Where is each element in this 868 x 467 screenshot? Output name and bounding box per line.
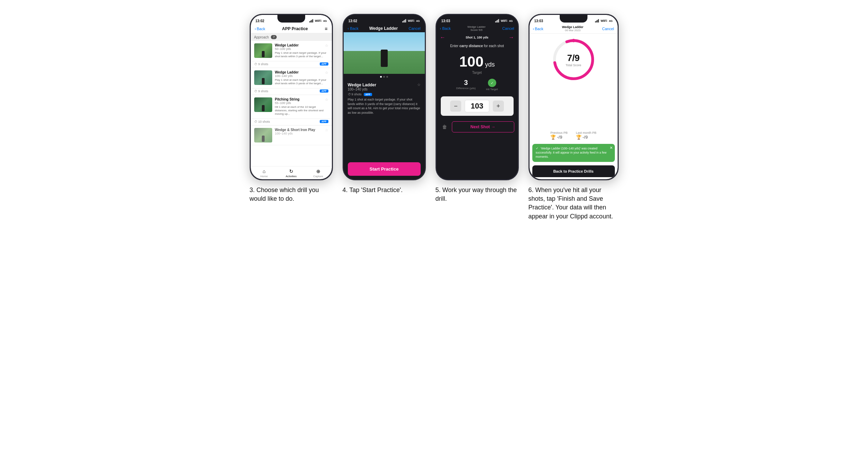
dot-1 [380, 76, 382, 78]
distance-input[interactable]: 103 [465, 100, 489, 112]
drill-range-1: 50–100 yds [275, 47, 299, 51]
detail-section: Wedge Ladder 100–140 yds ☆ ⏱ 9 shots APP… [344, 80, 425, 159]
drill-name-4: Wedge & Short Iron Play [275, 128, 316, 132]
phone-notch-2 [370, 15, 398, 23]
image-dots [344, 74, 425, 80]
start-practice-button[interactable]: Start Practice [348, 162, 421, 176]
list-item[interactable]: Pitching String 55–100 yds ☆ Hit 1 shot … [251, 95, 332, 126]
increment-button[interactable]: + [493, 101, 504, 112]
drill-thumb-2 [254, 70, 272, 85]
lastmonth-pb-value: 🏆 -/9 [576, 135, 596, 140]
clock-icon-1: ⏱ [254, 62, 257, 66]
trophy-icon-prev: 🏆 [550, 135, 556, 140]
target-value: 100 [459, 53, 483, 70]
shot-actions: 🗑 Next Shot → [437, 119, 518, 135]
target-unit: yds [485, 61, 495, 68]
list-item[interactable]: Wedge Ladder 100–140 yds ☆ Play 1 shot a… [251, 68, 332, 95]
tab-home[interactable]: ⌂ Home [251, 168, 278, 178]
lastmonth-pb: Last month PB 🏆 -/9 [576, 131, 596, 140]
time-3: 13:03 [441, 19, 450, 23]
battery-2: 4G [416, 19, 420, 23]
cancel-button-3[interactable]: Cancel [502, 26, 514, 31]
delete-button[interactable]: 🗑 [440, 122, 449, 132]
detail-name: Wedge Ladder [348, 83, 376, 87]
bookmark-icon-3[interactable]: ☆ [325, 97, 328, 102]
previous-pb: Previous PB 🏆 -/9 [550, 131, 568, 140]
chevron-left-icon-3: ‹ [440, 26, 441, 31]
menu-icon-1[interactable]: ≡ [325, 26, 327, 32]
phones-row: 13:02 WiFi 4G ‹ [250, 14, 619, 221]
difference-value: 3 [456, 79, 475, 87]
cancel-button-4[interactable]: Cancel [602, 27, 614, 31]
golfer-silhouette [381, 50, 388, 67]
back-button-3[interactable]: ‹ Back [440, 26, 451, 31]
caption-2: 4. Tap 'Start Practice'. [343, 186, 403, 194]
next-shot-nav-button[interactable]: → [509, 34, 514, 41]
battery-4: 4G [609, 19, 613, 23]
phone-screen-1: 13:02 WiFi 4G ‹ [251, 15, 332, 179]
bookmark-icon-4[interactable]: ☆ [325, 128, 328, 132]
nav-center-3: Wedge Ladder Score 5/9 [467, 25, 485, 32]
dot-2 [383, 76, 385, 78]
bookmark-icon-detail[interactable]: ☆ [417, 83, 421, 87]
tab-capture[interactable]: ⊕ Capture [305, 168, 332, 178]
prev-shot-button[interactable]: ← [440, 34, 446, 41]
back-practice-button[interactable]: Back to Practice Drills [532, 165, 615, 177]
signal-icon-2 [402, 19, 406, 23]
drill-info-4: Wedge & Short Iron Play 100–140 yds ☆ [275, 128, 328, 135]
trophy-icon-last: 🏆 [576, 135, 582, 140]
toast-close-button[interactable]: ✕ [610, 145, 613, 150]
time-1: 13:02 [256, 19, 265, 23]
metrics-row: 3 Difference (yds) ✓ Hit Target [437, 76, 518, 94]
phone-screen-4: 13:03 WiFi 4G ‹ [530, 15, 618, 179]
drill-desc-3: Hit 1 shot at each of the 10 target dist… [275, 105, 328, 116]
nav-title-2: Wedge Ladder [369, 26, 398, 31]
wifi-icon-3: WiFi [501, 19, 507, 23]
tab-capture-label: Capture [313, 175, 323, 178]
drill-thumb-1 [254, 43, 272, 58]
bookmark-icon-2[interactable]: ☆ [325, 70, 328, 75]
back-button-4[interactable]: ‹ Back [533, 27, 543, 31]
shots-label-2: ⏱ 9 shots [254, 89, 268, 93]
back-button-2[interactable]: ‹ Back [348, 26, 359, 31]
target-display: 100 yds Target [437, 50, 518, 76]
battery-1: 4G [323, 19, 327, 23]
previous-pb-value: 🏆 -/9 [550, 135, 568, 140]
drill-info-1: Wedge Ladder 50–100 yds ☆ Play 1 shot at… [275, 43, 328, 59]
drill-info-2: Wedge Ladder 100–140 yds ☆ Play 1 shot a… [275, 70, 328, 86]
hit-target-metric: ✓ Hit Target [486, 79, 498, 91]
phone-frame-4: 13:03 WiFi 4G ‹ [528, 14, 619, 180]
phone-section-3: 13:03 WiFi 4G ‹ [436, 14, 519, 203]
list-item[interactable]: Wedge & Short Iron Play 100–140 yds ☆ [251, 126, 332, 145]
lastmonth-pb-label: Last month PB [576, 131, 596, 135]
decrement-button[interactable]: − [450, 101, 461, 112]
phone-notch-3 [463, 15, 491, 23]
app-badge-3: APP [320, 120, 328, 123]
drill-name-3: Pitching String [275, 97, 300, 101]
donut-chart: 7/9 Total Score [551, 37, 596, 82]
approach-label: Approach [254, 35, 269, 39]
shots-label-3: ⏱ 10 shots [254, 120, 270, 123]
previous-pb-label: Previous PB [550, 131, 568, 135]
shot-label: Shot 1, 100 yds [466, 36, 489, 39]
drill-name-2: Wedge Ladder [275, 70, 299, 74]
tab-activities[interactable]: ↻ Activities [278, 168, 305, 178]
phone-section-4: 13:03 WiFi 4G ‹ [528, 14, 619, 221]
phone-frame-3: 13:03 WiFi 4G ‹ [436, 14, 519, 180]
battery-3: 4G [509, 19, 513, 23]
drill-desc-2: Play 1 shot at each target yardage. If y… [275, 78, 328, 86]
drill-range-3: 55–100 yds [275, 101, 300, 105]
status-icons-1: WiFi 4G [309, 19, 327, 23]
drill-thumb-3 [254, 97, 272, 112]
svg-point-2 [572, 39, 575, 42]
cancel-button-2[interactable]: Cancel [409, 26, 420, 31]
back-button-1[interactable]: ‹ Back [255, 27, 265, 31]
arrow-right-icon: → [491, 124, 496, 129]
phone-frame-1: 13:02 WiFi 4G ‹ [250, 14, 333, 180]
phone-screen-2: 13:02 WiFi 4G ‹ [344, 15, 425, 179]
dot-3 [386, 76, 388, 78]
next-shot-button[interactable]: Next Shot → [452, 121, 514, 132]
toast-message: 'Wedge Ladder (100–140 yds)' was created… [536, 147, 607, 158]
bookmark-icon-1[interactable]: ☆ [325, 43, 328, 48]
list-item[interactable]: Wedge Ladder 50–100 yds ☆ Play 1 shot at… [251, 41, 332, 68]
